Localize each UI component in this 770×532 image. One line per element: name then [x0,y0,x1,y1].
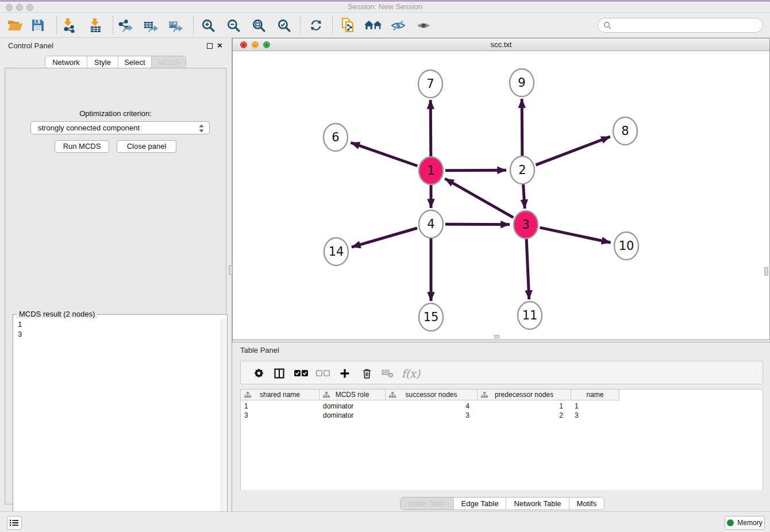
save-session-icon[interactable] [28,16,48,35]
svg-text:10: 10 [619,239,634,253]
bottom-splitter-handle[interactable] [494,335,499,338]
function-builder-button[interactable]: f(x) [398,361,424,385]
search-input[interactable] [615,20,763,31]
export-table-icon[interactable] [140,16,161,35]
graph-node-6[interactable]: 6 [324,124,348,151]
svg-text:1: 1 [427,164,434,178]
add-column-icon[interactable] [335,361,355,385]
result-scrollbar[interactable] [221,318,226,531]
graph-edge-2-9[interactable] [522,99,522,156]
mcds-result-box: MCDS result (2 nodes) 1 3 [13,314,228,532]
select-all-icon[interactable] [291,361,311,385]
export-image-icon[interactable] [165,16,186,35]
toolbar-separator [113,16,113,34]
export-network-icon[interactable] [115,16,136,35]
open-session-icon[interactable] [5,16,25,35]
graph-node-10[interactable]: 10 [614,232,638,260]
table-row[interactable]: 3 dominator 3 2 3 [241,411,627,420]
zoom-in-icon[interactable] [198,16,218,35]
close-panel-icon[interactable]: × [217,40,222,51]
cell-name[interactable]: 3 [571,411,619,420]
graph-edge-1-7[interactable] [430,100,431,156]
column-header-predecessor-nodes[interactable]: predecessor nodes [478,390,571,400]
show-columns-icon[interactable] [270,361,289,385]
task-history-button[interactable] [7,516,22,530]
delete-columns-icon[interactable] [357,361,376,385]
cell-shared-name[interactable]: 3 [241,411,319,420]
duplicate-network-icon[interactable] [338,16,359,35]
cell-shared-name[interactable]: 1 [241,402,319,411]
table-mode-gear-icon[interactable] [249,361,268,385]
graph-node-7[interactable]: 7 [418,70,442,98]
cell-predecessor-nodes[interactable]: 1 [478,402,571,411]
network-window-title: scc.txt [233,40,769,49]
delete-table-icon[interactable] [378,361,397,385]
cell-mcds-role[interactable]: dominator [319,402,386,411]
zoom-selected-icon[interactable] [274,16,294,35]
zoom-fit-icon[interactable] [248,16,269,35]
import-table-icon[interactable] [85,16,106,35]
first-neighbors-icon[interactable] [363,16,384,35]
close-panel-button[interactable]: Close panel [117,140,176,153]
column-header-shared-name[interactable]: shared name [241,390,319,400]
graph-node-4[interactable]: 4 [419,210,443,238]
column-header-successor-nodes[interactable]: successor nodes [386,390,478,400]
graph-edge-4-14[interactable] [352,228,417,247]
cell-predecessor-nodes[interactable]: 2 [478,411,571,420]
graph-node-14[interactable]: 14 [324,238,348,265]
import-network-icon[interactable] [59,16,79,35]
control-panel-title: Control Panel [8,41,53,50]
control-panel: Control Panel × Network Style Select MCD… [0,38,232,511]
cell-successor-nodes[interactable]: 4 [386,402,478,411]
graph-edge-1-6[interactable] [351,142,417,166]
hide-selected-eye-icon[interactable] [388,16,409,35]
tab-network-table[interactable]: Network Table [506,498,569,510]
tab-motifs[interactable]: Motifs [569,498,605,510]
memory-button[interactable]: Memory [725,516,765,530]
graph-edge-3-10[interactable] [540,228,610,242]
mcds-result-title: MCDS result (2 nodes) [17,310,97,318]
graph-node-3[interactable]: 3 [514,211,538,238]
tab-style[interactable]: Style [87,56,118,68]
zoom-out-icon[interactable] [223,16,244,35]
graph-node-9[interactable]: 9 [510,69,534,97]
tab-mcds[interactable]: MCDS [152,56,186,68]
cell-mcds-role[interactable]: dominator [319,411,386,420]
graph-node-2[interactable]: 2 [510,156,534,184]
column-header-name[interactable]: name [571,390,619,400]
graph-node-11[interactable]: 11 [518,302,542,329]
graph-node-8[interactable]: 8 [613,117,637,145]
right-splitter-handle[interactable] [764,267,768,276]
column-label: successor nodes [405,391,457,399]
mcds-panel-body: Optimization criterion: strongly connect… [5,68,226,504]
float-panel-icon[interactable] [207,43,213,49]
criterion-dropdown[interactable]: strongly connected component [30,121,210,134]
graph-edge-1-2[interactable] [445,170,506,171]
tab-network[interactable]: Network [45,56,87,68]
show-all-eye-icon[interactable] [413,16,434,35]
tab-node-table[interactable]: Node Table [401,498,454,510]
column-header-mcds-role[interactable]: MCDS role [319,390,386,400]
graph-edge-4-3[interactable] [445,224,510,225]
search-field[interactable] [598,18,763,33]
graph-edge-2-8[interactable] [536,137,610,165]
mcds-result-list[interactable]: 1 3 [14,319,220,530]
column-type-icon [244,392,251,400]
network-graph[interactable]: 7968124314101511 [233,51,769,340]
graph-node-15[interactable]: 15 [419,303,443,331]
cell-successor-nodes[interactable]: 3 [386,411,478,420]
graph-node-1[interactable]: 1 [419,157,443,184]
network-canvas[interactable]: 7968124314101511 [233,51,769,340]
cell-name[interactable]: 1 [571,402,619,411]
deselect-all-icon[interactable] [313,361,333,385]
graph-edge-2-3[interactable] [523,184,525,209]
run-mcds-button[interactable]: Run MCDS [55,140,109,153]
network-window-titlebar[interactable]: × − + scc.txt [233,38,769,51]
toolbar-separator [332,16,333,34]
tab-edge-table[interactable]: Edge Table [454,498,507,510]
graph-edge-3-1[interactable] [445,179,513,218]
table-row[interactable]: 1 dominator 4 1 1 [241,402,627,411]
graph-edge-3-11[interactable] [526,239,529,299]
refresh-icon[interactable] [306,16,326,35]
tab-select[interactable]: Select [118,56,152,68]
